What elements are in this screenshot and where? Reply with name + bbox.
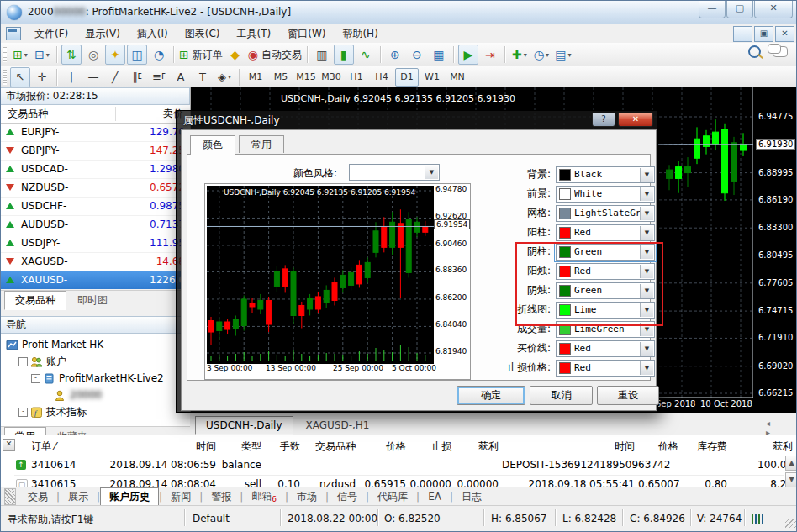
timeframe-H1[interactable]: H1	[345, 68, 368, 87]
chevron-down-icon[interactable]: ▾	[228, 73, 231, 81]
price-scale[interactable]: 6.947756.889956.861906.833006.804956.776…	[755, 87, 797, 413]
column-header[interactable]: 止损	[409, 440, 451, 454]
market-watch-row[interactable]: USDCHF-0.9875	[1, 198, 190, 216]
timeframe-M5[interactable]: M5	[269, 68, 293, 87]
menu-H[interactable]: 帮助(H)	[334, 24, 386, 44]
profiles-button[interactable]: ⊟▾	[32, 45, 52, 65]
color-select-LimeGreen[interactable]: LimeGreen▼	[556, 321, 655, 338]
chevron-down-icon[interactable]: ▼	[640, 226, 653, 240]
dock-grip[interactable]	[4, 488, 16, 505]
chart-tab-XAGUSDH1[interactable]: XAGUSD-,H1	[295, 416, 381, 435]
chevron-down-icon[interactable]: ▼	[640, 323, 653, 336]
market-watch-row[interactable]: NZDUSD-0.6572	[1, 179, 190, 198]
market-watch-button[interactable]: ⇅	[61, 45, 82, 65]
chart-tab-scroll-arrows[interactable]: ◂ ▸	[766, 419, 791, 437]
terminal-tab-账户历史[interactable]: 账户历史	[100, 487, 159, 507]
timeframe-M30[interactable]: M30	[319, 68, 343, 87]
status-profile[interactable]: Default	[193, 513, 230, 524]
market-watch-row[interactable]: GBPJPY-147.25	[1, 142, 190, 161]
terminal-tab-邮箱[interactable]: 邮箱6	[243, 487, 285, 505]
column-header[interactable]: 时间	[502, 440, 635, 454]
chart-tab-USDCNHDaily[interactable]: USDCNH-,Daily	[195, 416, 293, 435]
dialog-tab-颜色[interactable]: 颜色	[190, 135, 235, 155]
menu-C[interactable]: 图表(C)	[177, 24, 229, 44]
column-header[interactable]: 手数	[265, 440, 300, 454]
terminal-tab-信号[interactable]: 信号	[329, 488, 366, 506]
timeframe-D1[interactable]: D1	[395, 68, 419, 87]
trendline-tool[interactable]: ╱	[105, 67, 125, 87]
column-header[interactable]: 获利	[731, 440, 793, 454]
timeframe-M1[interactable]: M1	[244, 68, 267, 87]
reset-button[interactable]: 重设	[597, 386, 659, 405]
order-row[interactable]: ▢34106152018.09.14 08:08:04sell0.10nzdus…	[14, 475, 784, 487]
terminal-tab-新闻[interactable]: 新闻	[162, 488, 199, 506]
market-watch-row[interactable]: EURJPY-129.70	[1, 124, 190, 142]
market-watch-row[interactable]: XAGUSD-14.68	[1, 253, 190, 271]
terminal-tab-日志[interactable]: 日志	[453, 488, 490, 506]
auto-scroll-button[interactable]: ▶	[458, 45, 478, 65]
channel-tool[interactable]: ∥E	[127, 67, 147, 87]
column-header[interactable]: 订单 ⁄	[31, 440, 98, 454]
color-select-Black[interactable]: Black▼	[556, 166, 655, 183]
chevron-down-icon[interactable]: ▾	[546, 51, 549, 59]
zoom-out-button[interactable]: ⊖	[407, 45, 427, 65]
chevron-down-icon[interactable]: ▼	[640, 265, 653, 278]
tree-item-server[interactable]: -ProfitMarketHK-Live2	[1, 370, 190, 387]
toolbar-grip[interactable]	[3, 47, 7, 62]
color-select-White[interactable]: White▼	[556, 186, 655, 203]
column-header[interactable]: 类型	[219, 440, 261, 454]
tree-item-accounts[interactable]: -账户	[1, 353, 190, 370]
color-select-Red[interactable]: Red▼	[556, 360, 655, 377]
zoom-in-button[interactable]: ⊕	[385, 45, 405, 65]
tab-交易品种[interactable]: 交易品种	[4, 291, 66, 310]
navigator-button[interactable]: ✦	[105, 45, 125, 65]
market-watch-row[interactable]: USDCAD-1.2980	[1, 161, 190, 179]
crosshair-tool[interactable]: ✛	[32, 67, 52, 87]
menu-W[interactable]: 窗口(W)	[279, 24, 334, 44]
resize-grip[interactable]	[785, 519, 796, 529]
menu-V[interactable]: 显示(V)	[77, 24, 129, 44]
label-tool[interactable]: T	[193, 67, 213, 87]
expand-icon[interactable]: -	[18, 408, 28, 417]
mdi-minimize-button[interactable]: —	[733, 26, 752, 42]
expand-icon[interactable]: -	[31, 374, 40, 383]
order-row[interactable]: ↑34106142018.09.14 08:06:59balanceDEPOSI…	[14, 456, 784, 476]
fibonacci-tool[interactable]: ≡F	[149, 67, 169, 87]
menu-T[interactable]: 工具(T)	[229, 24, 280, 44]
expand-icon[interactable]: -	[18, 357, 28, 366]
timeframe-W1[interactable]: W1	[420, 68, 444, 87]
color-select-Red[interactable]: Red▼	[556, 340, 655, 357]
vline-tool[interactable]: |	[61, 67, 82, 87]
timeframe-M15[interactable]: M15	[294, 68, 318, 87]
menu-F[interactable]: 文件(F)	[26, 24, 77, 44]
terminal-tab-市场[interactable]: 市场	[288, 488, 325, 506]
color-scheme-select[interactable]: ▼	[349, 164, 440, 181]
chevron-down-icon[interactable]: ▼	[640, 187, 653, 201]
autotrading-button[interactable]: ◉自动交易	[247, 45, 303, 65]
terminal-tab-EA[interactable]: EA	[420, 489, 450, 504]
chevron-down-icon[interactable]: ▼	[640, 303, 653, 317]
tree-item-user[interactable]: 20000	[1, 387, 190, 403]
cursor-tool[interactable]: ↖	[10, 67, 30, 87]
strategy-tester-button[interactable]: ◔	[149, 45, 169, 65]
chevron-down-icon[interactable]: ▼	[640, 361, 653, 375]
shapes-dropdown[interactable]: ◈▾	[214, 67, 235, 87]
toolbar-grip[interactable]	[3, 70, 7, 85]
close-button[interactable]: ✕	[754, 1, 793, 18]
terminal-column-header[interactable]: 订单 ⁄时间类型手数交易品种价格止损获利时间价格库存费获利	[14, 437, 784, 456]
bar-chart-button[interactable]: ▥	[312, 45, 332, 65]
terminal-tab-交易[interactable]: 交易	[19, 488, 56, 506]
tree-item-indicators[interactable]: -f技术指标	[1, 403, 190, 420]
terminal-scrollbar[interactable]: ▲ ▼	[785, 456, 797, 487]
line-chart-button[interactable]: ∿	[356, 45, 376, 65]
dialog-tab-常用[interactable]: 常用	[239, 135, 284, 153]
menu-I[interactable]: 插入(I)	[129, 24, 177, 44]
column-header[interactable]: 时间	[102, 440, 216, 454]
candlestick-button[interactable]: ▮	[334, 45, 354, 65]
search-icon[interactable]	[748, 45, 761, 58]
chat-icon[interactable]	[773, 46, 788, 57]
chevron-down-icon[interactable]: ▾	[46, 51, 50, 59]
market-watch-row[interactable]: XAUUSD-1226.6	[1, 271, 190, 290]
column-header[interactable]: 价格	[638, 440, 678, 454]
terminal-tab-代码库[interactable]: 代码库	[369, 488, 416, 506]
